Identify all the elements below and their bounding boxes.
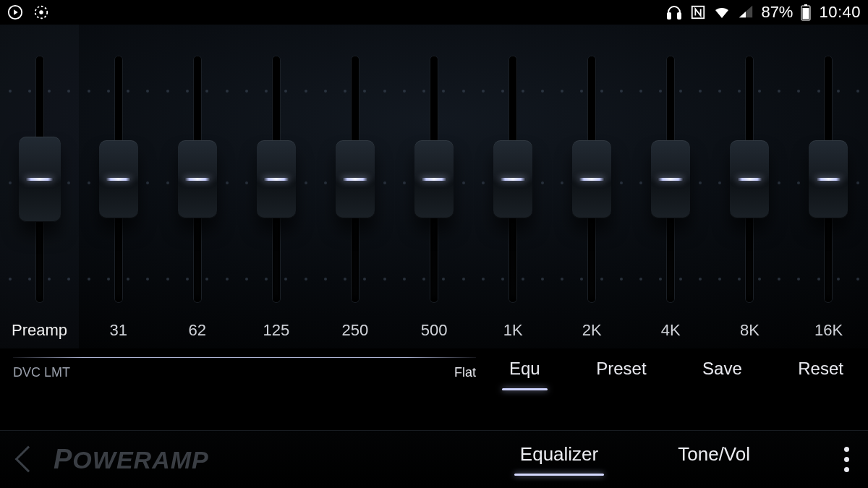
preamp-slider: Preamp (0, 25, 79, 348)
svg-rect-5 (678, 13, 681, 19)
band-4K-label: 4K (661, 312, 681, 348)
band-16K-label: 16K (814, 312, 843, 348)
band-8K-label: 8K (740, 312, 760, 348)
band-slider-62: 62 (158, 25, 237, 348)
eq-action-row: Equ Preset Save Reset (476, 357, 848, 388)
bottom-nav-bar: POWERAMP Equalizer Tone/Vol (0, 430, 868, 488)
band-4K-track[interactable] (667, 56, 674, 302)
save-button[interactable]: Save (698, 357, 746, 388)
band-62-label: 62 (188, 312, 205, 348)
thumb-indicator (737, 178, 763, 181)
band-4K-thumb[interactable] (651, 140, 690, 218)
band-slider-16K: 16K (789, 25, 868, 348)
preset-info: DVC LMT Flat (13, 357, 476, 380)
equ-toggle-button[interactable]: Equ (505, 357, 545, 388)
band-31-track[interactable] (115, 56, 122, 302)
back-button[interactable] (15, 446, 42, 473)
band-16K-track[interactable] (825, 56, 832, 302)
tab-tone-vol[interactable]: Tone/Vol (678, 443, 750, 476)
band-1K-label: 1K (503, 312, 523, 348)
thumb-indicator (106, 178, 132, 181)
preamp-label: Preamp (12, 312, 67, 348)
eq-slider-row: Preamp31621252505001K2K4K8K16K (0, 25, 868, 348)
thumb-indicator (25, 178, 53, 181)
preset-button[interactable]: Preset (592, 357, 650, 388)
band-31-label: 31 (109, 312, 127, 348)
svg-rect-11 (803, 8, 809, 20)
thumb-indicator (500, 178, 526, 181)
band-250-label: 250 (342, 312, 369, 348)
dvc-limit-label: DVC LMT (13, 365, 70, 380)
band-2K-thumb[interactable] (572, 140, 611, 218)
band-500-thumb[interactable] (414, 140, 454, 218)
svg-marker-1 (14, 9, 18, 14)
overflow-menu-button[interactable] (844, 447, 849, 472)
band-62-track[interactable] (194, 56, 201, 302)
band-125-track[interactable] (273, 56, 280, 302)
thumb-indicator (184, 178, 210, 181)
band-125-label: 125 (263, 312, 289, 348)
battery-icon (800, 4, 812, 21)
preset-divider (13, 357, 476, 358)
band-125-thumb[interactable] (257, 140, 296, 218)
svg-rect-4 (668, 13, 671, 19)
tab-equalizer[interactable]: Equalizer (520, 443, 598, 476)
reset-button[interactable]: Reset (793, 357, 848, 388)
band-slider-250: 250 (315, 25, 394, 348)
band-slider-4K: 4K (631, 25, 710, 348)
thumb-indicator (658, 178, 684, 181)
eq-mid-row: DVC LMT Flat Equ Preset Save Reset (0, 348, 868, 405)
svg-rect-10 (804, 4, 807, 6)
svg-marker-8 (739, 12, 746, 17)
nfc-icon (690, 4, 706, 20)
android-status-bar: 87% 10:40 (0, 0, 868, 25)
band-500-label: 500 (421, 312, 448, 348)
band-250-thumb[interactable] (336, 140, 375, 218)
band-8K-track[interactable] (746, 56, 753, 302)
band-slider-31: 31 (79, 25, 158, 348)
equalizer-panel: Preamp31621252505001K2K4K8K16K (0, 25, 868, 348)
wifi-icon (713, 4, 731, 21)
play-notification-icon (7, 4, 23, 20)
thumb-indicator (816, 178, 842, 181)
band-500-track[interactable] (430, 56, 438, 302)
thumb-indicator (579, 178, 605, 181)
band-1K-thumb[interactable] (493, 140, 532, 218)
brand-text: OWERAMP (72, 446, 208, 474)
preamp-thumb[interactable] (19, 137, 61, 222)
status-clock: 10:40 (819, 3, 861, 22)
brand-logo: POWERAMP (54, 444, 209, 475)
band-slider-2K: 2K (553, 25, 631, 348)
band-8K-thumb[interactable] (730, 140, 769, 218)
band-1K-track[interactable] (509, 56, 516, 302)
thumb-indicator (421, 178, 447, 181)
thumb-indicator (342, 178, 368, 181)
band-slider-125: 125 (237, 25, 315, 348)
svg-point-3 (39, 10, 43, 14)
band-slider-8K: 8K (710, 25, 789, 348)
thumb-indicator (263, 178, 289, 181)
band-62-thumb[interactable] (178, 140, 217, 218)
band-16K-thumb[interactable] (809, 140, 848, 218)
band-31-thumb[interactable] (99, 140, 138, 218)
band-slider-500: 500 (394, 25, 473, 348)
headphones-icon (665, 4, 683, 21)
preamp-track[interactable] (36, 56, 43, 302)
cell-signal-icon (738, 4, 754, 20)
poweramp-notification-icon (33, 4, 49, 20)
preset-name: Flat (454, 365, 476, 380)
battery-percent: 87% (761, 3, 793, 22)
band-250-track[interactable] (352, 56, 359, 302)
band-slider-1K: 1K (474, 25, 553, 348)
band-2K-label: 2K (582, 312, 602, 348)
band-2K-track[interactable] (588, 56, 595, 302)
